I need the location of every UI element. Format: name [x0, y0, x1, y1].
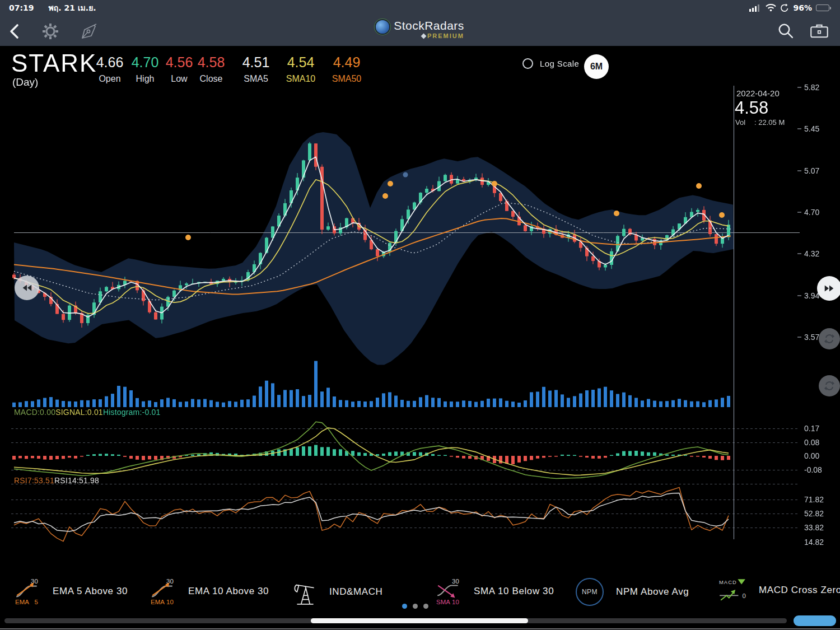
signal-sma10-below-30[interactable]: 30 SMA 10 SMA 10 Below 30: [436, 578, 554, 605]
app-header: StockRadars PREMIUM: [0, 19, 840, 39]
gear-icon[interactable]: [40, 21, 60, 41]
back-button[interactable]: [8, 22, 21, 40]
signal-ema5-above-30[interactable]: 30 EMA 5 EMA 5 Above 30: [15, 578, 128, 605]
price-chart-canvas[interactable]: [0, 0, 840, 630]
ema-cross-up-icon: 30 EMA 10: [150, 578, 176, 605]
rsi-axis-label: 33.82: [804, 523, 824, 532]
svg-text:30: 30: [452, 578, 459, 585]
loop-arrows-icon: [823, 333, 836, 345]
app-title: StockRadars: [394, 19, 464, 32]
svg-text:SMA: SMA: [436, 599, 450, 605]
crosshair-date: 2022-04-20: [736, 88, 780, 98]
rsi-axis-label: 14.82: [804, 538, 824, 547]
reload-chart-button[interactable]: [819, 328, 840, 349]
price-axis-label: 5.07: [804, 166, 819, 175]
price-axis-label: 5.82: [804, 83, 819, 92]
scroll-left-button[interactable]: [15, 276, 39, 300]
macd-axis-label: 0.17: [804, 424, 819, 433]
price-axis-label: 3.94: [804, 291, 819, 300]
svg-text:10: 10: [452, 599, 459, 605]
svg-text:MACD: MACD: [719, 580, 737, 585]
price-axis-label: 4.70: [804, 208, 819, 217]
rotation-lock-icon: [780, 3, 789, 12]
clock: 07:19: [9, 3, 34, 12]
page-dot[interactable]: [413, 604, 418, 609]
home-indicator[interactable]: [311, 618, 528, 623]
macd-cross-icon: MACD 0: [718, 578, 746, 603]
oil-pump-icon: [293, 578, 317, 606]
status-bar: 07:19 พฤ. 21 เม.ย. 96%: [0, 0, 840, 16]
battery-icon: [816, 4, 831, 11]
svg-text:0: 0: [743, 592, 746, 599]
macd-indicator-labels: MACD:0.00SIGNAL:0.01Histogram:-0.01: [14, 408, 160, 417]
price-axis-label: 5.45: [804, 124, 819, 133]
search-icon[interactable]: [777, 22, 794, 39]
draw-pen-icon[interactable]: [80, 22, 97, 40]
stock-timeframe: (Day): [12, 76, 38, 88]
diamond-icon: [421, 33, 426, 39]
bottom-divider: [0, 628, 840, 629]
svg-text:EMA: EMA: [15, 599, 29, 605]
fast-forward-icon: [823, 283, 836, 294]
page-dot[interactable]: [423, 604, 428, 609]
log-scale-radio[interactable]: [522, 58, 533, 69]
macd-axis-label: -0.08: [804, 465, 822, 474]
stockradars-logo-icon: [376, 20, 389, 34]
signal-macd-cross-zero[interactable]: MACD 0 MACD Cross Zero Bullish: [718, 578, 840, 603]
ema-cross-up-icon: 30 EMA 5: [15, 578, 40, 605]
scroll-right-button[interactable]: [817, 276, 840, 301]
rsi-axis-label: 52.82: [804, 509, 824, 518]
page-dot-active[interactable]: [402, 604, 407, 609]
svg-text:EMA: EMA: [151, 599, 165, 605]
macd-axis-label: 0.00: [804, 451, 819, 460]
price-axis-label: 4.32: [804, 249, 819, 258]
svg-text:5: 5: [34, 599, 38, 605]
price-axis-label: 3.57: [804, 333, 819, 342]
rsi-axis-label: 71.82: [804, 495, 824, 504]
signal-ema10-above-30[interactable]: 30 EMA 10 EMA 10 Above 30: [150, 578, 269, 605]
signal-ind-mach-sector[interactable]: IND&MACH: [293, 578, 382, 606]
crosshair-price: 4.58: [735, 98, 768, 118]
macd-axis-label: 0.08: [804, 438, 819, 447]
signal-npm-above-avg[interactable]: NPM NPM Above Avg: [576, 578, 689, 606]
npm-circle-icon: NPM: [576, 578, 604, 606]
range-6m-button[interactable]: 6M: [584, 54, 609, 79]
log-scale-toggle[interactable]: Log Scale: [522, 58, 579, 69]
premium-badge: PREMIUM: [422, 32, 464, 39]
toolbar-scrollbar-thumb[interactable]: [794, 615, 836, 626]
sma-cross-down-icon: 30 SMA 10: [436, 578, 461, 605]
rsi-indicator-labels: RSI7:53.51RSI14:51.98: [14, 476, 99, 485]
wifi-icon: [766, 4, 776, 12]
cellular-signal-icon: [749, 4, 762, 12]
loop-arrows-icon: [823, 380, 836, 392]
portfolio-briefcase-icon[interactable]: [810, 22, 829, 39]
status-date: พฤ. 21 เม.ย.: [49, 2, 96, 14]
compare-chart-button[interactable]: [819, 375, 840, 396]
svg-text:10: 10: [166, 599, 174, 605]
stock-symbol: STARK: [11, 49, 97, 77]
stockradars-app: { "status_bar": {"time":"07:19","date":"…: [0, 0, 840, 630]
page-indicator: [402, 604, 428, 609]
rewind-icon: [21, 282, 33, 293]
battery-percent: 96%: [793, 3, 812, 12]
crosshair-volume: Vol: 22.05 M: [735, 118, 785, 127]
